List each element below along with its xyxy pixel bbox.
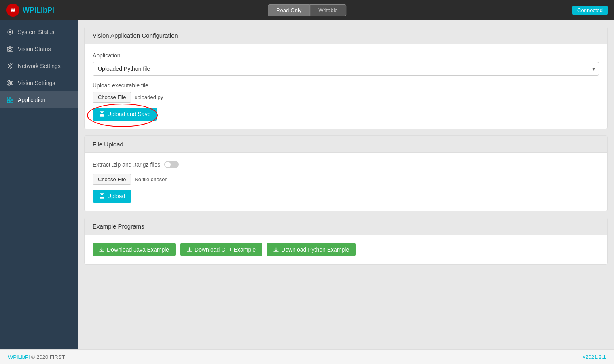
chosen-file-name: uploaded.py — [134, 94, 163, 100]
sidebar-item-system-status[interactable]: System Status — [0, 23, 78, 40]
upload-executable-section: Upload executable file Choose File uploa… — [93, 82, 599, 121]
sliders-icon — [6, 79, 14, 87]
example-programs-header: Example Programs — [85, 218, 607, 235]
header: W WPILibPi Read-Only Writable Connected — [0, 0, 614, 20]
svg-rect-13 — [7, 100, 10, 103]
svg-rect-12 — [11, 97, 13, 99]
upload-save-wrapper: Upload and Save — [93, 108, 157, 121]
svg-rect-16 — [101, 112, 103, 113]
svg-rect-14 — [11, 100, 13, 103]
sidebar-item-application[interactable]: Application — [0, 91, 78, 108]
footer: WPILibPi © 2020 FIRST v2021.2.1 — [0, 349, 614, 364]
sidebar-item-vision-status[interactable]: Vision Status — [0, 40, 78, 57]
file-upload-header: File Upload — [85, 136, 607, 153]
upload-button[interactable]: Upload — [93, 190, 131, 203]
svg-rect-17 — [100, 114, 104, 116]
upload-label: Upload executable file — [93, 82, 599, 89]
save-icon — [99, 111, 105, 117]
writable-button[interactable]: Writable — [310, 4, 346, 16]
logo: W WPILibPi — [6, 4, 54, 17]
sidebar-label-network-settings: Network Settings — [18, 63, 61, 69]
download-icon-cpp — [187, 247, 192, 252]
main-layout: System Status Vision Status Network Sett… — [0, 20, 614, 349]
sidebar: System Status Vision Status Network Sett… — [0, 20, 78, 349]
application-field-wrapper: Application Uploaded Python fileCustom u… — [93, 52, 599, 76]
upload-icon — [99, 193, 105, 199]
gear-icon — [6, 62, 14, 70]
footer-brand-link[interactable]: WPILibPi — [8, 354, 30, 360]
connected-badge: Connected — [572, 6, 608, 15]
download-icon-python — [273, 247, 279, 252]
footer-copyright: © 2020 FIRST — [31, 354, 65, 360]
svg-rect-11 — [7, 97, 10, 99]
content-area: Vision Application Configuration Applica… — [78, 20, 614, 349]
file-upload-body: Extract .zip and .tar.gz files Choose Fi… — [85, 153, 607, 211]
file-upload-card: File Upload Extract .zip and .tar.gz fil… — [84, 135, 608, 211]
sidebar-item-network-settings[interactable]: Network Settings — [0, 57, 78, 74]
application-select-wrapper: Uploaded Python fileCustom uploaded Pyth… — [93, 62, 599, 76]
extract-label: Extract .zip and .tar.gz files — [93, 161, 160, 168]
circle-icon — [6, 28, 14, 36]
example-buttons-group: Download Java Example Download C++ Examp… — [93, 243, 599, 256]
camera-icon — [6, 45, 14, 53]
choose-file-button-upload[interactable]: Choose File — [93, 174, 131, 185]
vision-app-config-card: Vision Application Configuration Applica… — [84, 27, 608, 129]
file-input-row: Choose File uploaded.py — [93, 92, 599, 103]
sidebar-item-vision-settings[interactable]: Vision Settings — [0, 74, 78, 91]
application-label: Application — [93, 52, 599, 59]
svg-rect-20 — [100, 197, 104, 198]
download-cpp-button[interactable]: Download C++ Example — [180, 243, 262, 256]
vision-app-config-body: Application Uploaded Python fileCustom u… — [85, 44, 607, 129]
logo-text: WPILibPi — [23, 6, 54, 15]
no-file-chosen-label: No file chosen — [134, 176, 167, 182]
svg-point-9 — [10, 82, 12, 84]
sidebar-label-system-status: System Status — [18, 29, 54, 35]
svg-point-1 — [9, 31, 11, 33]
app-icon — [6, 96, 14, 104]
download-icon-java — [99, 247, 104, 252]
sidebar-label-application: Application — [18, 97, 46, 103]
file-upload-input-row: Choose File No file chosen — [93, 174, 599, 185]
upload-and-save-button[interactable]: Upload and Save — [93, 108, 157, 121]
example-programs-body: Download Java Example Download C++ Examp… — [85, 235, 607, 264]
example-programs-card: Example Programs Download Java Example — [84, 218, 608, 265]
download-java-button[interactable]: Download Java Example — [93, 243, 176, 256]
vision-app-config-header: Vision Application Configuration — [85, 27, 607, 44]
svg-point-3 — [9, 48, 11, 51]
sidebar-label-vision-settings: Vision Settings — [18, 80, 55, 86]
svg-point-4 — [9, 65, 11, 67]
readonly-button[interactable]: Read-Only — [268, 4, 310, 16]
footer-brand: WPILibPi © 2020 FIRST — [8, 354, 65, 360]
logo-icon: W — [6, 4, 19, 17]
choose-file-button-app[interactable]: Choose File — [93, 92, 131, 103]
svg-point-8 — [8, 80, 10, 82]
footer-version: v2021.2.1 — [583, 354, 606, 360]
extract-toggle-row: Extract .zip and .tar.gz files — [93, 161, 599, 168]
extract-toggle[interactable] — [164, 161, 179, 168]
svg-point-10 — [8, 84, 10, 85]
sidebar-label-vision-status: Vision Status — [18, 46, 51, 52]
svg-rect-19 — [101, 194, 103, 195]
download-python-button[interactable]: Download Python Example — [267, 243, 356, 256]
application-select[interactable]: Uploaded Python fileCustom uploaded Pyth… — [93, 62, 599, 76]
mode-toggle-group: Read-Only Writable — [268, 4, 346, 16]
